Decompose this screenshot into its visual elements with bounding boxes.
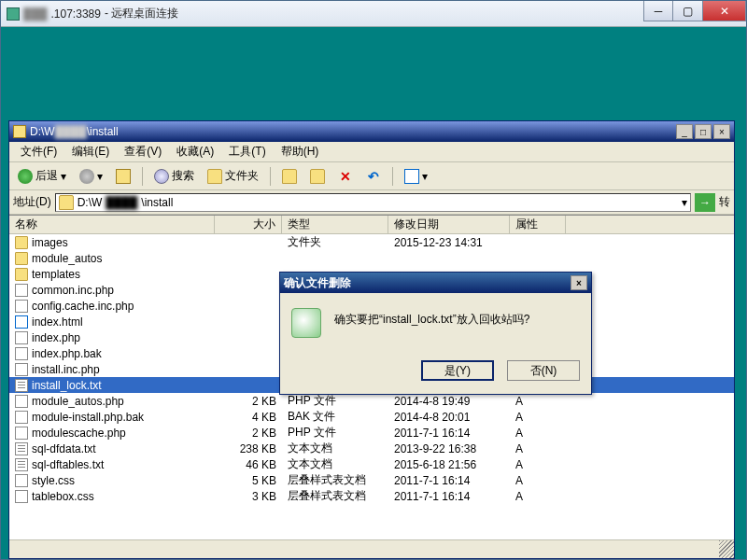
- file-date: 2015-12-23 14:31: [388, 236, 510, 249]
- file-type: PHP 文件: [282, 393, 388, 409]
- table-row[interactable]: sql-dftables.txt46 KB文本文档2015-6-18 21:56…: [9, 456, 734, 472]
- menu-view[interactable]: 查看(V): [119, 142, 167, 161]
- move-to-button[interactable]: [277, 166, 302, 187]
- dialog-titlebar[interactable]: 确认文件删除 ×: [280, 273, 591, 293]
- addressbar: 地址(D) D:\W████\install ▾ → 转: [9, 190, 734, 215]
- address-suffix: \install: [141, 196, 173, 209]
- php-icon: [15, 347, 28, 360]
- file-size: 2 KB: [215, 427, 282, 440]
- separator: [270, 167, 271, 186]
- explorer-maximize-button[interactable]: □: [695, 124, 712, 139]
- file-attr: A: [510, 458, 566, 471]
- delete-icon: ✕: [338, 169, 353, 184]
- file-date: 2014-4-8 19:49: [388, 395, 510, 408]
- table-row[interactable]: sql-dfdata.txt238 KB文本文档2013-9-22 16:38A: [9, 441, 734, 456]
- file-type: 文件夹: [282, 234, 388, 250]
- col-attr[interactable]: 属性: [510, 216, 566, 233]
- dialog-body: 确实要把“install_lock.txt”放入回收站吗?: [280, 293, 591, 353]
- move-icon: [282, 169, 297, 184]
- confirm-delete-dialog: 确认文件删除 × 确实要把“install_lock.txt”放入回收站吗? 是…: [279, 272, 592, 395]
- minimize-button[interactable]: ─: [643, 1, 673, 21]
- file-name: templates: [32, 268, 80, 281]
- col-type[interactable]: 类型: [282, 216, 388, 233]
- table-row[interactable]: modulescache.php2 KBPHP 文件2011-7-1 16:14…: [9, 425, 734, 441]
- explorer-close-button[interactable]: ×: [713, 124, 730, 139]
- dialog-close-button[interactable]: ×: [571, 275, 587, 290]
- dialog-message: 确实要把“install_lock.txt”放入回收站吗?: [334, 308, 580, 328]
- search-button[interactable]: 搜索: [149, 165, 199, 187]
- php-icon: [15, 284, 28, 297]
- col-name[interactable]: 名称: [9, 216, 215, 233]
- file-date: 2015-6-18 21:56: [388, 458, 510, 471]
- folders-button[interactable]: 文件夹: [203, 165, 263, 187]
- file-name: common.inc.php: [32, 284, 114, 297]
- php-icon: [15, 300, 28, 313]
- menu-file[interactable]: 文件(F): [15, 142, 63, 161]
- table-row[interactable]: module_autos.php2 KBPHP 文件2014-4-8 19:49…: [9, 393, 734, 409]
- dialog-title: 确认文件删除: [284, 275, 351, 291]
- copy-to-button[interactable]: [305, 166, 330, 187]
- file-attr: A: [510, 395, 566, 408]
- menu-tools[interactable]: 工具(T): [223, 142, 271, 161]
- forward-icon: [79, 169, 94, 184]
- resize-grip[interactable]: [719, 540, 734, 558]
- address-field[interactable]: D:\W████\install ▾: [55, 193, 691, 212]
- explorer-title-blur: ████: [55, 125, 87, 138]
- file-type: 层叠样式表文档: [282, 488, 388, 504]
- file-type: 层叠样式表文档: [282, 472, 388, 488]
- table-row[interactable]: tablebox.css3 KB层叠样式表文档2011-7-1 16:14A: [9, 488, 734, 504]
- yes-button[interactable]: 是(Y): [421, 360, 494, 381]
- maximize-button[interactable]: ▢: [673, 1, 703, 21]
- col-size[interactable]: 大小: [215, 216, 282, 233]
- file-attr: A: [510, 442, 566, 455]
- file-name: module_autos: [32, 252, 102, 265]
- file-date: 2011-7-1 16:14: [388, 427, 510, 440]
- close-button[interactable]: ✕: [703, 1, 746, 21]
- file-type: 文本文档: [282, 456, 388, 472]
- no-button[interactable]: 否(N): [507, 360, 580, 381]
- folder-icon: [15, 268, 28, 281]
- file-name: images: [32, 236, 68, 249]
- forward-button[interactable]: ▾: [75, 166, 107, 187]
- rdp-icon: [7, 7, 20, 21]
- col-modified[interactable]: 修改日期: [388, 216, 510, 233]
- explorer-minimize-button[interactable]: _: [676, 124, 693, 139]
- file-size: 3 KB: [215, 490, 282, 503]
- back-button[interactable]: 后退▾: [13, 165, 71, 187]
- delete-button[interactable]: ✕: [333, 166, 358, 187]
- undo-icon: ↶: [366, 169, 381, 184]
- up-button[interactable]: [111, 166, 135, 187]
- php-icon: [15, 411, 28, 424]
- table-row[interactable]: images文件夹2015-12-23 14:31: [9, 234, 734, 250]
- address-label: 地址(D): [13, 194, 51, 210]
- table-row[interactable]: module_autos: [9, 250, 734, 266]
- menu-edit[interactable]: 编辑(E): [66, 142, 115, 161]
- file-name: index.html: [32, 315, 83, 329]
- folders-label: 文件夹: [225, 168, 259, 184]
- dropdown-icon[interactable]: ▾: [682, 196, 687, 209]
- views-button[interactable]: ▾: [400, 166, 432, 187]
- dropdown-icon: ▾: [61, 170, 66, 183]
- copy-icon: [310, 169, 325, 184]
- menu-help[interactable]: 帮助(H): [275, 142, 325, 161]
- explorer-titlebar[interactable]: D:\W ████ \install _ □ ×: [9, 121, 734, 142]
- file-size: 5 KB: [215, 474, 282, 487]
- file-attr: A: [510, 411, 566, 424]
- table-row[interactable]: style.css5 KB层叠样式表文档2011-7-1 16:14A: [9, 472, 734, 488]
- file-name: config.cache.inc.php: [32, 300, 134, 313]
- rdp-titlebar[interactable]: ███ .107:3389 - 远程桌面连接 ─ ▢ ✕: [1, 1, 746, 27]
- go-label: 转: [719, 194, 730, 210]
- search-label: 搜索: [172, 168, 194, 184]
- menu-favorites[interactable]: 收藏(A): [171, 142, 219, 161]
- go-button[interactable]: →: [695, 193, 715, 212]
- table-row[interactable]: module-install.php.bak4 KBBAK 文件2014-4-8…: [9, 409, 734, 425]
- file-name: module_autos.php: [32, 395, 124, 408]
- undo-button[interactable]: ↶: [361, 166, 386, 187]
- back-label: 后退: [35, 168, 58, 184]
- rdp-title-ip: .107:3389: [51, 7, 101, 21]
- file-type: BAK 文件: [282, 409, 388, 425]
- file-name: sql-dfdata.txt: [32, 442, 96, 455]
- rdp-title: ███ .107:3389 - 远程桌面连接: [1, 6, 643, 21]
- txt-icon: [15, 379, 28, 392]
- file-date: 2013-9-22 16:38: [388, 442, 510, 455]
